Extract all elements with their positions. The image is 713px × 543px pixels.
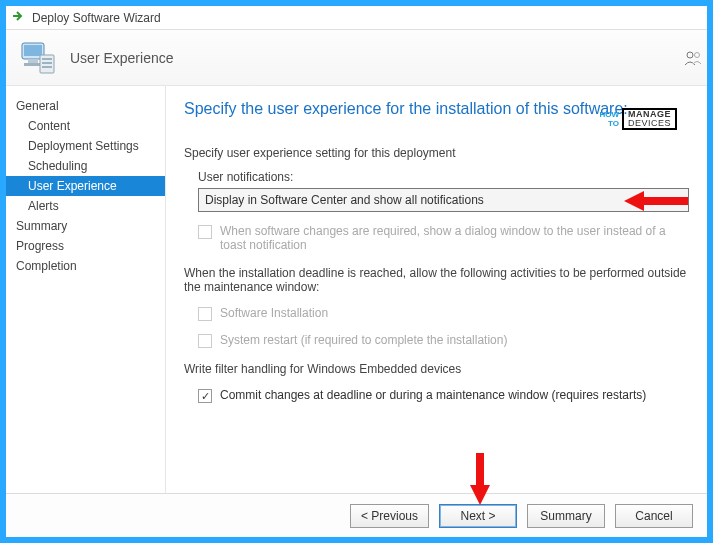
- svg-rect-7: [42, 66, 52, 68]
- summary-button[interactable]: Summary: [527, 504, 605, 528]
- footer: < Previous Next > Summary Cancel: [6, 493, 707, 537]
- sidebar-item-alerts[interactable]: Alerts: [6, 196, 165, 216]
- system-restart-label: System restart (if required to complete …: [220, 333, 507, 347]
- chevron-down-icon: ⌵: [676, 195, 682, 206]
- deadline-intro: When the installation deadline is reache…: [184, 266, 689, 294]
- user-notifications-label: User notifications:: [198, 170, 689, 184]
- commit-changes-checkbox-row[interactable]: ✓ Commit changes at deadline or during a…: [198, 388, 689, 403]
- svg-point-9: [695, 53, 700, 58]
- watermark-badge: HOWTO MANAGE DEVICES: [599, 108, 677, 130]
- svg-rect-1: [24, 45, 42, 56]
- window-title: Deploy Software Wizard: [32, 11, 161, 25]
- section-label-1: Specify user experience setting for this…: [184, 146, 689, 160]
- commit-changes-label: Commit changes at deadline or during a m…: [220, 388, 646, 402]
- cancel-button-label: Cancel: [635, 509, 672, 523]
- previous-button[interactable]: < Previous: [350, 504, 429, 528]
- embedded-label: Write filter handling for Windows Embedd…: [184, 362, 689, 376]
- toast-dialog-label: When software changes are required, show…: [220, 224, 689, 252]
- sidebar-item-summary[interactable]: Summary: [6, 216, 165, 236]
- sidebar-item-completion[interactable]: Completion: [6, 256, 165, 276]
- previous-button-label: < Previous: [361, 509, 418, 523]
- svg-rect-2: [28, 59, 38, 63]
- users-icon: [683, 48, 703, 71]
- sidebar-item-general[interactable]: General: [6, 96, 165, 116]
- sidebar-item-content[interactable]: Content: [6, 116, 165, 136]
- software-install-label: Software Installation: [220, 306, 328, 320]
- header: User Experience: [6, 30, 707, 86]
- next-button[interactable]: Next >: [439, 504, 517, 528]
- system-restart-checkbox: [198, 334, 212, 348]
- page-heading: User Experience: [70, 50, 174, 66]
- toast-dialog-checkbox: [198, 225, 212, 239]
- cancel-button[interactable]: Cancel: [615, 504, 693, 528]
- wizard-icon: [16, 37, 58, 79]
- software-install-checkbox-row: Software Installation: [198, 306, 689, 321]
- sidebar-item-deployment-settings[interactable]: Deployment Settings: [6, 136, 165, 156]
- sidebar-item-progress[interactable]: Progress: [6, 236, 165, 256]
- badge-line2: DEVICES: [628, 119, 671, 128]
- titlebar: Deploy Software Wizard: [6, 6, 707, 30]
- sidebar: GeneralContentDeployment SettingsSchedul…: [6, 86, 166, 493]
- badge-howto: HOWTO: [599, 108, 622, 130]
- software-install-checkbox: [198, 307, 212, 321]
- summary-button-label: Summary: [540, 509, 591, 523]
- commit-changes-checkbox[interactable]: ✓: [198, 389, 212, 403]
- user-notifications-dropdown[interactable]: Display in Software Center and show all …: [198, 188, 689, 212]
- content-pane: HOWTO MANAGE DEVICES Specify the user ex…: [166, 86, 707, 493]
- svg-point-8: [687, 52, 693, 58]
- system-restart-checkbox-row: System restart (if required to complete …: [198, 333, 689, 348]
- title-arrow-icon: [12, 10, 26, 25]
- user-notifications-value: Display in Software Center and show all …: [205, 193, 484, 207]
- svg-rect-3: [24, 63, 42, 66]
- next-button-label: Next >: [460, 509, 495, 523]
- sidebar-item-scheduling[interactable]: Scheduling: [6, 156, 165, 176]
- svg-rect-6: [42, 62, 52, 64]
- svg-rect-5: [42, 58, 52, 60]
- toast-dialog-checkbox-row: When software changes are required, show…: [198, 224, 689, 252]
- sidebar-item-user-experience[interactable]: User Experience: [6, 176, 165, 196]
